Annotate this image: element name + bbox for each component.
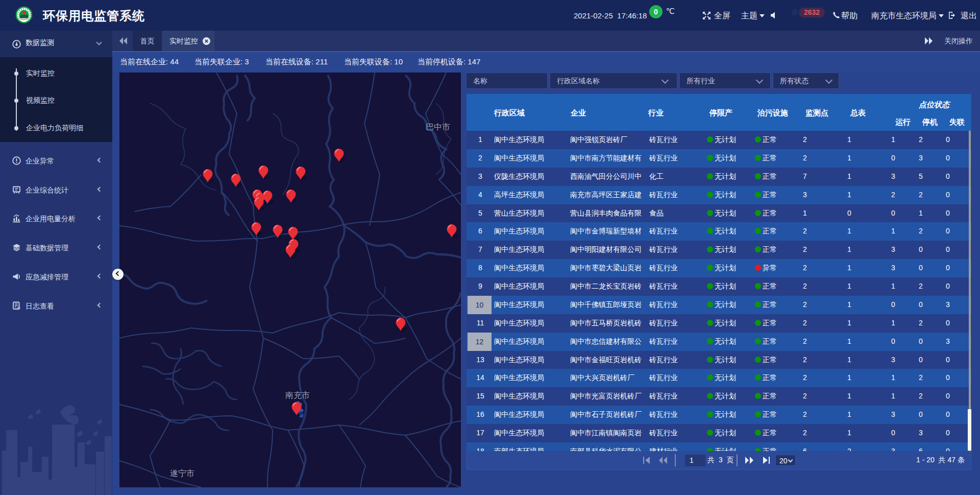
svg-text:环保监测: 环保监测 xyxy=(21,18,28,20)
